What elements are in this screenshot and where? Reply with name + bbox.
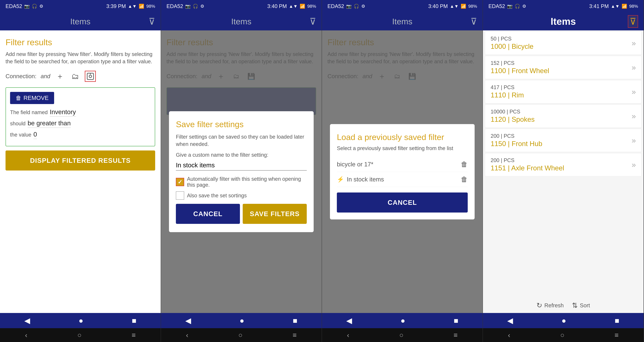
battery-pct-3: 98% (468, 4, 477, 9)
back-btn-2[interactable]: ◀ (185, 316, 191, 325)
gear-icon-1: ⚙ (39, 4, 43, 9)
home-btn-2[interactable]: ● (240, 316, 244, 325)
square-btn-4[interactable]: ■ (615, 316, 619, 325)
list-item[interactable]: 50 | PCS 1000 | Bicycle » (485, 32, 642, 55)
list-item[interactable]: 200 | PCS 1150 | Front Hub » (485, 129, 642, 152)
status-bar-2: EDA52 📷 🎧 ⚙ 3:40 PM ▲▼ 📶 98% (161, 0, 322, 13)
headphone-icon-4: 🎧 (515, 4, 520, 9)
remove-button-1[interactable]: 🗑 REMOVE (10, 92, 54, 104)
list-item[interactable]: 10000 | PCS 1120 | Spokes » (485, 105, 642, 128)
filter-icon-2[interactable]: ⊽ (310, 16, 316, 27)
should-value-1[interactable]: be greater than (28, 119, 71, 128)
sort-button[interactable]: ⇅ Sort (572, 301, 590, 309)
cancel-button-3[interactable]: CANCEL (337, 192, 468, 212)
save-filters-button[interactable]: SAVE FILTERS (243, 204, 307, 224)
back-btn-3[interactable]: ◀ (346, 316, 352, 325)
app-home-btn-3[interactable]: ○ (400, 331, 404, 339)
filter-icon-1[interactable]: ⊽ (148, 16, 155, 27)
save-modal-name-label: Give a custom name to the filter setting… (176, 152, 307, 158)
filter-item-text-2: In stock items (347, 176, 384, 183)
home-btn-4[interactable]: ● (562, 316, 566, 325)
status-bar-1: EDA52 📷 🎧 ⚙ 3:39 PM ▲▼ 📶 98% (0, 0, 161, 13)
connection-value-1[interactable]: and (40, 73, 50, 80)
load-filter-btn-1[interactable]: 🗂 (70, 71, 80, 82)
list-item[interactable]: 200 | PCS 1151 | Axle Front Wheel » (485, 153, 642, 176)
status-left-3: EDA52 📷 🎧 ⚙ (328, 3, 365, 9)
item-info-0: 50 | PCS 1000 | Bicycle (491, 36, 534, 51)
item-chevron-3: » (632, 112, 636, 121)
delete-filter-2[interactable]: 🗑 (461, 175, 468, 183)
system-nav-3: ◀ ● ■ (322, 313, 482, 328)
item-name-1: 1100 | Front Wheel (491, 67, 549, 75)
add-filter-btn-1[interactable]: ＋ (54, 71, 66, 82)
headphone-icon-2: 🎧 (193, 4, 198, 9)
square-btn-1[interactable]: ■ (132, 316, 136, 325)
save-sortings-checkbox[interactable] (176, 191, 184, 200)
should-label-1: should (10, 121, 26, 127)
should-row-1: should be greater than (10, 119, 150, 128)
filter-icon-3[interactable]: ⊽ (470, 16, 477, 27)
filter-icon-4[interactable]: ⊽ (628, 15, 638, 28)
filter-desc-1: Add new filter by pressing 'New filter'.… (6, 51, 155, 65)
app-back-btn-3[interactable]: ‹ (347, 331, 349, 339)
modal-overlay-3: Load a previously saved filter Select a … (322, 31, 482, 313)
display-filtered-btn-1[interactable]: DISPLAY FILTERED RESULTS (6, 150, 155, 171)
app-menu-btn-3[interactable]: ≡ (454, 331, 458, 339)
field-named-label-1: The field named (10, 109, 48, 115)
save-filter-btn-1[interactable] (85, 71, 96, 82)
time-1: 3:39 PM (106, 3, 126, 9)
app-back-btn-4[interactable]: ‹ (508, 331, 510, 339)
load-filter-modal: Load a previously saved filter Select a … (330, 124, 474, 219)
app-back-btn-2[interactable]: ‹ (186, 331, 188, 339)
app-menu-btn-2[interactable]: ≡ (292, 331, 296, 339)
content-area-2: Filter results Add new filter by pressin… (161, 31, 322, 313)
item-name-3: 1120 | Spokes (491, 115, 535, 123)
square-btn-2[interactable]: ■ (293, 316, 297, 325)
value-value-1[interactable]: 0 (34, 131, 37, 139)
item-info-5: 200 | PCS 1151 | Axle Front Wheel (491, 157, 564, 172)
screen4: EDA52 📷 🎧 ⚙ 3:41 PM ▲▼ 📶 98% Items ⊽ 50 … (483, 0, 644, 342)
system-nav-4: ◀ ● ■ (483, 313, 644, 328)
item-name-2: 1110 | Rim (491, 91, 524, 99)
save-filter-name-input[interactable] (176, 160, 307, 171)
back-btn-1[interactable]: ◀ (24, 316, 30, 325)
list-item[interactable]: 417 | PCS 1110 | Rim » (485, 80, 642, 103)
app-home-btn-1[interactable]: ○ (78, 331, 82, 339)
refresh-button[interactable]: ↻ Refresh (536, 301, 564, 309)
top-bar-2: Items ⊽ (161, 13, 322, 31)
connection-label-1: Connection: (6, 73, 36, 80)
cancel-button-2[interactable]: CANCEL (176, 204, 240, 224)
app-nav-4: ‹ ○ ≡ (483, 328, 644, 342)
filter-item-2[interactable]: ⚡ In stock items 🗑 (337, 172, 468, 187)
delete-filter-1[interactable]: 🗑 (461, 160, 468, 168)
app-home-btn-2[interactable]: ○ (238, 331, 242, 339)
status-right-1: 3:39 PM ▲▼ 📶 98% (106, 3, 155, 9)
app-menu-btn-1[interactable]: ≡ (132, 331, 136, 339)
modal-buttons-2: CANCEL SAVE FILTERS (176, 204, 307, 224)
wifi-2: 📶 (300, 4, 305, 9)
square-btn-3[interactable]: ■ (454, 316, 458, 325)
battery-1: ▲▼ (128, 4, 137, 9)
filter-item-1[interactable]: bicycle or 17* 🗑 (337, 157, 468, 172)
item-name-0: 1000 | Bicycle (491, 43, 534, 51)
home-btn-1[interactable]: ● (79, 316, 83, 325)
app-back-btn-1[interactable]: ‹ (25, 331, 27, 339)
modal-overlay-2: Save filter settings Filter settings can… (161, 31, 322, 313)
save-modal-desc: Filter settings can be saved so they can… (176, 133, 307, 148)
gear-icon-3: ⚙ (361, 4, 365, 9)
field-named-value-1[interactable]: Inventory (50, 108, 76, 117)
item-qty-4: 200 | PCS (491, 133, 542, 139)
item-info-4: 200 | PCS 1150 | Front Hub (491, 133, 542, 148)
system-nav-1: ◀ ● ■ (0, 313, 161, 328)
back-btn-4[interactable]: ◀ (507, 316, 513, 325)
app-menu-btn-4[interactable]: ≡ (614, 331, 618, 339)
home-btn-3[interactable]: ● (400, 316, 405, 325)
app-home-btn-4[interactable]: ○ (560, 331, 564, 339)
status-left-4: EDA52 📷 🎧 ⚙ (488, 3, 526, 9)
auto-filter-checkbox[interactable]: ✓ (176, 178, 184, 186)
item-name-4: 1150 | Front Hub (491, 140, 542, 148)
status-right-2: 3:40 PM ▲▼ 📶 98% (267, 3, 316, 9)
gear-icon-2: ⚙ (200, 4, 204, 9)
camera-icon-2: 📷 (185, 4, 191, 9)
list-item[interactable]: 152 | PCS 1100 | Front Wheel » (485, 56, 642, 79)
